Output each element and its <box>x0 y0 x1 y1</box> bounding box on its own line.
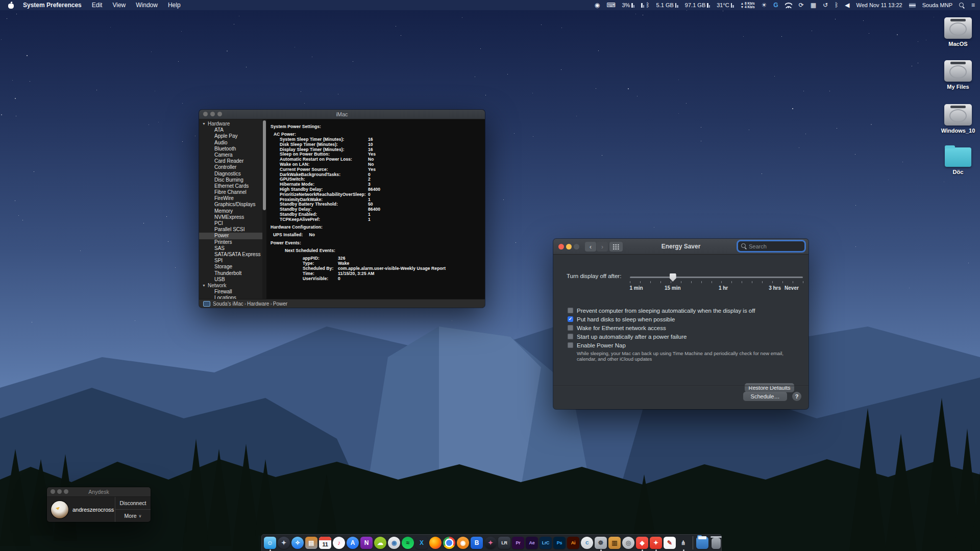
dock-icon-lrtimelapse[interactable]: LR <box>498 536 511 549</box>
dock-icon-x-app[interactable]: X <box>415 536 428 549</box>
desktop-icon-macos[interactable]: MacOS <box>935 17 980 47</box>
wifi-icon[interactable] <box>785 3 792 8</box>
sidebar-item-sata-sata-express[interactable]: SATA/SATA Express <box>199 252 262 258</box>
breadcrumb-segment[interactable]: Souda's iMac <box>213 301 243 307</box>
checkbox-box[interactable] <box>568 342 573 348</box>
dock-icon-steering-utility[interactable]: ☸ <box>594 536 607 549</box>
breadcrumb-segment[interactable]: Power <box>273 301 287 307</box>
sidebar-item-firewall[interactable]: Firewall <box>199 289 262 295</box>
dock-icon-illustrator[interactable]: Ai <box>567 536 580 549</box>
sidebar-item-parallel-scsi[interactable]: Parallel SCSI <box>199 227 262 233</box>
sidebar-item-power[interactable]: Power <box>199 233 262 239</box>
sidebar-item-ethernet-cards[interactable]: Ethernet Cards <box>199 183 262 189</box>
dock-icon-premiere-pro[interactable]: Pr <box>511 536 525 549</box>
dock-icon-b-app[interactable]: B <box>470 536 483 549</box>
input-source-flag[interactable] <box>909 3 916 8</box>
apple-menu-icon[interactable] <box>8 2 14 9</box>
dock-icon-finder[interactable]: ☺ <box>263 536 277 549</box>
disconnect-button[interactable]: Disconnect <box>115 497 151 510</box>
dock-icon-text-editor[interactable]: ✎ <box>663 536 676 549</box>
restore-defaults-button[interactable]: Restore Defaults <box>745 383 794 392</box>
desktop-icon-windows_10[interactable]: Windows_10 <box>935 104 980 134</box>
menu-item-view[interactable]: View <box>107 0 131 10</box>
sidebar-item-graphics-displays[interactable]: Graphics/Displays <box>199 202 262 208</box>
scrollbar-thumb[interactable] <box>263 120 266 210</box>
breadcrumb-segment[interactable]: Hardware <box>247 301 269 307</box>
sidebar-item-storage[interactable]: Storage <box>199 264 262 270</box>
sidebar-item-diagnostics[interactable]: Diagnostics <box>199 171 262 177</box>
brightness-icon[interactable]: ☀ <box>762 2 767 8</box>
help-button[interactable]: ? <box>792 392 801 401</box>
dock-icon-blender[interactable]: ◉ <box>456 536 470 549</box>
dock-icon-silver-utility[interactable]: ◉ <box>387 536 401 549</box>
notification-list-icon[interactable]: ≡ <box>971 2 975 8</box>
sidebar-item-thunderbolt[interactable]: Thunderbolt <box>199 270 262 277</box>
checkbox-box[interactable]: ✓ <box>568 316 573 322</box>
sidebar-item-audio[interactable]: Audio <box>199 140 262 146</box>
menu-item-edit[interactable]: Edit <box>87 0 108 10</box>
dock-icon-apple-music[interactable]: ♪ <box>332 536 346 549</box>
dock-icon-safari[interactable]: ✧ <box>291 536 304 549</box>
desktop-icon-my-files[interactable]: My Files <box>935 60 980 90</box>
sidebar-item-hardware[interactable]: ▼Hardware <box>199 121 262 127</box>
sidebar-item-nvmexpress[interactable]: NVMExpress <box>199 214 262 220</box>
dock-icon-disc-utility[interactable]: ◎ <box>622 536 635 549</box>
dock-icon-red-bird-app[interactable]: ✦ <box>649 536 663 549</box>
sidebar-item-firewire[interactable]: FireWire <box>199 195 262 202</box>
sidebar-item-ata[interactable]: ATA <box>199 127 262 133</box>
display-off-slider[interactable] <box>630 277 803 278</box>
sidebar-item-controller[interactable]: Controller <box>199 164 262 170</box>
dock-icon-downloads-folder[interactable] <box>696 536 709 549</box>
dock-icon-calendar[interactable]: 11 <box>318 536 332 549</box>
time-machine-icon[interactable]: ↺ <box>823 2 828 8</box>
sidebar-item-apple-pay[interactable]: Apple Pay <box>199 133 262 139</box>
sidebar-item-bluetooth[interactable]: Bluetooth <box>199 146 262 152</box>
sidebar-item-fibre-channel[interactable]: Fibre Channel <box>199 189 262 195</box>
menu-item-system-preferences[interactable]: System Preferences <box>18 0 87 10</box>
checkbox-box[interactable] <box>568 334 573 339</box>
checkbox-start-up-automatically[interactable]: Start up automatically after a power fai… <box>568 332 798 341</box>
dock-icon-unarchiver[interactable]: ▥ <box>608 536 621 549</box>
more-button[interactable]: More ∨ <box>115 510 151 522</box>
dock-icon-spotify[interactable]: ≈ <box>401 536 414 549</box>
dock-icon-photoshop[interactable]: Ps <box>553 536 566 549</box>
dock-icon-mega-cloud[interactable]: ☁ <box>374 536 387 549</box>
slider-knob[interactable] <box>670 273 676 282</box>
dock-icon-lightroom-classic[interactable]: LrC <box>539 536 552 549</box>
menu-item-help[interactable]: Help <box>163 0 186 10</box>
clock[interactable]: Wed Nov 11 13:22 <box>856 2 902 8</box>
battery-percent[interactable]: 3% <box>622 2 635 8</box>
user-name[interactable]: Souda MNP <box>922 2 952 8</box>
checkbox-put-hard-disks[interactable]: ✓Put hard disks to sleep when possible <box>568 315 798 323</box>
sidebar-item-pci[interactable]: PCI <box>199 220 262 227</box>
search-input[interactable]: Search <box>738 241 804 251</box>
system-info-titlebar[interactable]: iMac <box>199 110 485 119</box>
dock-icon-anydesk[interactable]: ◆ <box>635 536 649 549</box>
sidebar-item-network[interactable]: ▼Network <box>199 283 262 289</box>
sync-icon[interactable]: ⟳ <box>799 2 804 8</box>
sidebar-item-disc-burning[interactable]: Disc Burning <box>199 177 262 183</box>
dock-icon-app-store[interactable]: A <box>346 536 359 549</box>
sidebar-item-card-reader[interactable]: Card Reader <box>199 158 262 164</box>
sidebar-item-memory[interactable]: Memory <box>199 208 262 214</box>
desktop-icon-döc[interactable]: Döc <box>935 146 980 175</box>
bluetooth-icon[interactable]: ᛒ <box>835 2 838 8</box>
stats-icon[interactable]: ▦ <box>811 2 816 8</box>
keyboard-icon[interactable]: ⌨ <box>606 2 615 8</box>
checkbox-prevent-computer-from[interactable]: Prevent computer from sleeping automatic… <box>568 306 798 315</box>
dock-icon-grabber-app[interactable]: ⋔ <box>677 536 690 549</box>
disk-usage[interactable]: 97.1 GB <box>685 2 710 8</box>
dock-icon-onenote[interactable]: N <box>360 536 373 549</box>
temperature[interactable]: 31°C <box>717 2 734 8</box>
sidebar-item-camera[interactable]: Camera <box>199 152 262 158</box>
disclosure-triangle[interactable]: ▼ <box>202 121 206 127</box>
dock-icon-davinci-resolve[interactable]: ✦ <box>484 536 497 549</box>
dock-icon-launchpad[interactable]: ✦ <box>277 536 290 549</box>
anydesk-titlebar[interactable]: Anydesk <box>47 487 151 497</box>
disclosure-triangle[interactable]: ▼ <box>202 283 206 289</box>
sidebar-item-spi[interactable]: SPI <box>199 258 262 264</box>
checkbox-box[interactable] <box>568 308 573 313</box>
checkbox-enable-power-nap[interactable]: Enable Power Nap <box>568 341 798 349</box>
checkbox-box[interactable] <box>568 325 573 331</box>
creative-cloud-icon[interactable]: ◉ <box>595 2 600 8</box>
